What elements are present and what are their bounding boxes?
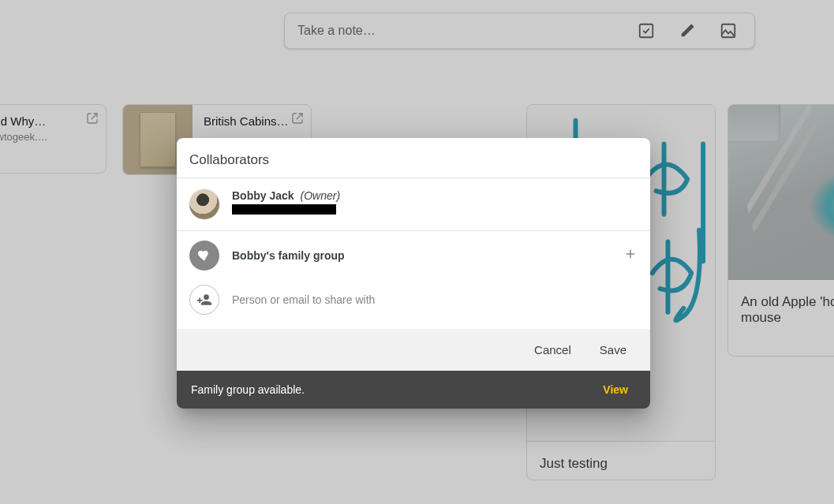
toast-view-button[interactable]: View: [603, 383, 628, 396]
open-link-icon[interactable]: [85, 111, 99, 125]
family-group-toast: Family group available. View: [177, 371, 650, 409]
note-card-photo[interactable]: An old Apple 'hockey puck' mouse: [727, 104, 834, 357]
note-card-subtitle: www.howtogeek.…: [0, 131, 95, 143]
note-card-caption: Just testing: [527, 441, 715, 480]
note-card-title: British Cabins…: [204, 114, 300, 128]
group-avatar-icon: [189, 241, 219, 271]
new-image-note-icon[interactable]: [712, 14, 745, 47]
note-card-caption: An old Apple 'hockey puck' mouse: [728, 280, 834, 340]
owner-avatar: [189, 189, 219, 219]
new-note-bar[interactable]: Take a note…: [284, 13, 755, 49]
owner-name: Bobby Jack: [232, 189, 294, 202]
cancel-button[interactable]: Cancel: [534, 343, 571, 357]
note-card-link[interactable]: How and Why… www.howtogeek.…: [0, 104, 107, 174]
owner-email-redacted: [232, 204, 336, 215]
owner-row: Bobby Jack (Owner): [177, 178, 650, 231]
svg-rect-0: [640, 24, 653, 38]
dialog-actions: Cancel Save: [177, 329, 650, 371]
dialog-header: Collaborators: [177, 138, 650, 178]
new-note-placeholder: Take a note…: [297, 24, 622, 38]
open-link-icon[interactable]: [290, 111, 305, 125]
book-cover-graphic: [140, 112, 176, 167]
owner-role: (Owner): [300, 189, 340, 202]
toast-message: Family group available.: [191, 383, 603, 396]
share-with-input[interactable]: [232, 293, 638, 306]
add-group-icon[interactable]: [623, 247, 638, 264]
new-drawing-icon[interactable]: [671, 14, 704, 47]
dialog-title: Collaborators: [189, 152, 638, 168]
family-group-row[interactable]: Bobby's family group: [177, 231, 650, 280]
new-checklist-icon[interactable]: [630, 14, 663, 47]
family-group-name: Bobby's family group: [232, 249, 611, 262]
save-button[interactable]: Save: [600, 343, 626, 357]
note-photo: [728, 105, 834, 280]
add-collaborator-row: [177, 280, 650, 329]
note-card-title: How and Why…: [0, 114, 95, 128]
collaborators-dialog: Collaborators Bobby Jack (Owner) Bobby's…: [177, 138, 650, 409]
add-person-icon: [189, 285, 219, 315]
